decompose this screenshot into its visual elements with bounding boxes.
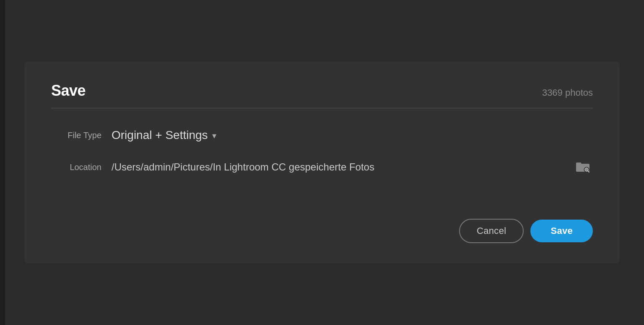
dialog-footer: Cancel Save (51, 185, 593, 243)
dialog-overlay: Save 3369 photos File Type Original + Se… (0, 0, 644, 325)
folder-search-icon (575, 161, 590, 173)
header-divider (51, 108, 593, 108)
file-type-label: File Type (51, 131, 101, 140)
left-panel-strip (0, 0, 5, 325)
dialog-body: File Type Original + Settings ▾ Location… (51, 128, 593, 185)
location-label: Location (51, 162, 101, 172)
chevron-down-icon: ▾ (212, 131, 216, 141)
file-type-value: Original + Settings (112, 128, 208, 142)
dialog-title: Save (51, 82, 86, 100)
save-button[interactable]: Save (530, 220, 593, 242)
file-type-row: File Type Original + Settings ▾ (51, 128, 593, 142)
cancel-button[interactable]: Cancel (459, 219, 524, 243)
dialog-header: Save 3369 photos (51, 82, 593, 100)
file-type-dropdown[interactable]: Original + Settings ▾ (112, 128, 216, 142)
photo-count: 3369 photos (542, 87, 593, 98)
save-dialog: Save 3369 photos File Type Original + Se… (24, 62, 620, 263)
location-row: Location /Users/admin/Pictures/In Lightr… (51, 157, 593, 177)
browse-folder-button[interactable] (573, 157, 593, 177)
location-path: /Users/admin/Pictures/In Lightroom CC ge… (112, 161, 556, 173)
